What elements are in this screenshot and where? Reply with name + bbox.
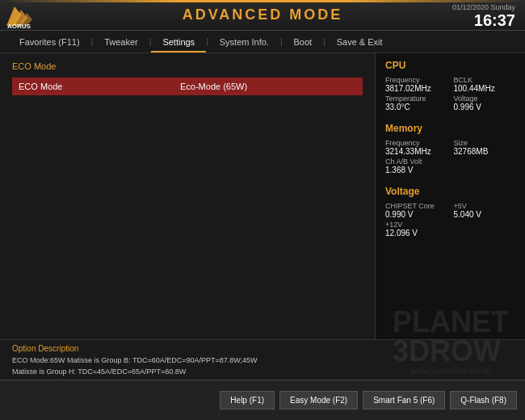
settings-panel: ECO Mode ECO Mode Eco-Mode (65W) — [0, 53, 376, 339]
time-display: 16:37 — [474, 11, 515, 29]
chipset-value: 0.990 V — [385, 210, 447, 219]
plus5-label: +5V — [454, 202, 516, 210]
mem-size-value: 32768MB — [454, 147, 516, 156]
chipset-container: CHIPSET Core 0.990 V — [385, 202, 447, 219]
logo-container: AORUS — [6, 3, 47, 32]
svg-text:AORUS: AORUS — [7, 23, 32, 29]
mem-volt-label: Ch A/B Volt — [385, 158, 447, 166]
voltage-section: Voltage CHIPSET Core 0.990 V +5V 5.040 V… — [385, 186, 515, 237]
easy-mode-button[interactable]: Easy Mode (F2) — [279, 391, 358, 410]
help-button[interactable]: Help (F1) — [220, 391, 275, 410]
aorus-logo-icon: AORUS — [6, 3, 47, 29]
memory-section: Memory Frequency 3214.33MHz Size 32768MB… — [385, 123, 515, 174]
system-info-panel: CPU Frequency 3817.02MHz BCLK 100.44MHz … — [376, 53, 525, 339]
cpu-section-title: CPU — [385, 60, 515, 71]
qflash-button[interactable]: Q-Flash (F8) — [450, 391, 517, 410]
cpu-info-grid: Frequency 3817.02MHz BCLK 100.44MHz Temp… — [385, 76, 515, 111]
nav-item-boot[interactable]: Boot — [282, 31, 323, 52]
voltage-section-title: Voltage — [385, 186, 515, 197]
chipset-label: CHIPSET Core — [385, 202, 447, 210]
cpu-temp-container: Temperature 33.0°C — [385, 94, 447, 111]
mem-volt-value: 1.368 V — [385, 166, 447, 174]
eco-mode-label: ECO Mode — [19, 82, 180, 91]
cpu-freq-value: 3817.02MHz — [385, 84, 447, 93]
datetime-display: 01/12/2020 Sunday 16:37 — [452, 3, 515, 29]
cpu-bclk-label: BCLK — [454, 76, 516, 84]
cpu-temp-label: Temperature — [385, 94, 447, 103]
eco-mode-value: Eco-Mode (65W) — [180, 82, 247, 91]
mem-freq-label: Frequency — [385, 139, 447, 147]
eco-mode-section-title: ECO Mode — [12, 61, 363, 71]
cpu-volt-label: Voltage — [454, 94, 516, 103]
option-desc-title: Option Description — [12, 344, 513, 353]
plus12-container: +12V 12.096 V — [385, 220, 447, 237]
plus5-container: +5V 5.040 V — [454, 202, 516, 219]
option-desc-line1: ECO Mode:65W Matisse is Group B: TDC=60A… — [12, 355, 513, 367]
cpu-bclk-value: 100.44MHz — [454, 84, 516, 93]
cpu-freq-label: Frequency — [385, 76, 447, 84]
nav-item-favorites[interactable]: Favorites (F11) — [8, 31, 91, 52]
cpu-volt-value: 0.996 V — [454, 103, 516, 111]
cpu-bclk-container: BCLK 100.44MHz — [454, 76, 516, 93]
nav-item-sysinfo[interactable]: System Info. — [208, 31, 280, 52]
option-description: Option Description ECO Mode:65W Matisse … — [0, 339, 525, 380]
mem-volt-container: Ch A/B Volt 1.368 V — [385, 158, 447, 174]
mem-freq-container: Frequency 3214.33MHz — [385, 139, 447, 156]
mem-freq-value: 3214.33MHz — [385, 147, 447, 156]
plus12-value: 12.096 V — [385, 229, 447, 237]
mem-size-label: Size — [454, 139, 516, 147]
bottom-toolbar: Help (F1) Easy Mode (F2) Smart Fan 5 (F6… — [0, 380, 525, 420]
cpu-section: CPU Frequency 3817.02MHz BCLK 100.44MHz … — [385, 60, 515, 111]
cpu-volt-container: Voltage 0.996 V — [454, 94, 516, 111]
memory-section-title: Memory — [385, 123, 515, 134]
memory-info-grid: Frequency 3214.33MHz Size 32768MB Ch A/B… — [385, 139, 515, 174]
header: AORUS ADVANCED MODE 01/12/2020 Sunday 16… — [0, 0, 525, 31]
plus5-value: 5.040 V — [454, 210, 516, 219]
nav-item-settings[interactable]: Settings — [151, 31, 206, 52]
cpu-freq-container: Frequency 3817.02MHz — [385, 76, 447, 93]
plus12-label: +12V — [385, 220, 447, 229]
date-display: 01/12/2020 Sunday — [452, 3, 515, 11]
navigation-bar: Favorites (F11) | Tweaker | Settings | S… — [0, 31, 525, 53]
nav-item-save-exit[interactable]: Save & Exit — [326, 31, 394, 52]
main-content: ECO Mode ECO Mode Eco-Mode (65W) CPU Fre… — [0, 53, 525, 339]
option-desc-line2: Matisse is Group H: TDC=45A/EDC=65A/PPT=… — [12, 367, 513, 378]
eco-mode-row[interactable]: ECO Mode Eco-Mode (65W) — [12, 78, 363, 95]
voltage-info-grid: CHIPSET Core 0.990 V +5V 5.040 V +12V 12… — [385, 202, 515, 237]
mem-size-container: Size 32768MB — [454, 139, 516, 156]
smart-fan-button[interactable]: Smart Fan 5 (F6) — [363, 391, 445, 410]
page-title: ADVANCED MODE — [183, 6, 343, 23]
nav-item-tweaker[interactable]: Tweaker — [93, 31, 149, 52]
cpu-temp-value: 33.0°C — [385, 103, 447, 111]
